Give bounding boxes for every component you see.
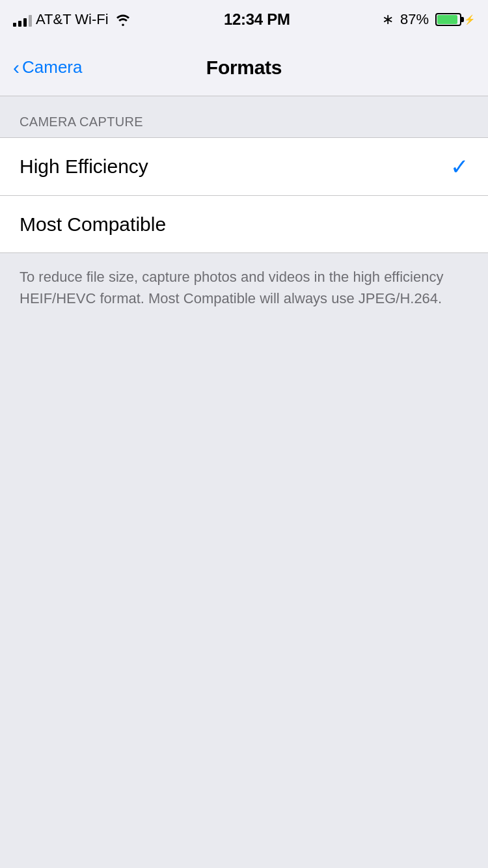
camera-capture-options: High Efficiency ✓ Most Compatible: [0, 137, 488, 253]
battery-icon: ⚡: [435, 13, 475, 26]
high-efficiency-label: High Efficiency: [20, 156, 148, 178]
content: CAMERA CAPTURE High Efficiency ✓ Most Co…: [0, 96, 488, 329]
status-left: AT&T Wi-Fi: [13, 11, 132, 28]
carrier-wifi: AT&T Wi-Fi: [36, 11, 132, 28]
page-title: Formats: [206, 57, 282, 79]
section-header-label: CAMERA CAPTURE: [20, 115, 143, 129]
selected-checkmark: ✓: [450, 154, 468, 180]
status-right: ∗ 87% ⚡: [382, 11, 475, 28]
battery-percent: 87%: [400, 11, 429, 28]
charging-icon: ⚡: [464, 14, 475, 25]
description-text: To reduce file size, capture photos and …: [20, 269, 443, 306]
back-button[interactable]: ‹ Camera: [13, 57, 82, 77]
back-chevron-icon: ‹: [13, 58, 20, 77]
bluetooth-icon: ∗: [382, 11, 394, 28]
section-header: CAMERA CAPTURE: [0, 96, 488, 137]
status-time: 12:34 PM: [224, 10, 290, 29]
most-compatible-option[interactable]: Most Compatible: [0, 195, 488, 252]
high-efficiency-option[interactable]: High Efficiency ✓: [0, 138, 488, 195]
nav-bar: ‹ Camera Formats: [0, 39, 488, 96]
back-label: Camera: [22, 57, 82, 77]
status-bar: AT&T Wi-Fi 12:34 PM ∗ 87% ⚡: [0, 0, 488, 39]
signal-icon: [13, 12, 32, 27]
wifi-icon: [114, 13, 132, 26]
carrier-label: AT&T Wi-Fi: [36, 11, 109, 28]
description-area: To reduce file size, capture photos and …: [0, 253, 488, 329]
most-compatible-label: Most Compatible: [20, 213, 166, 236]
